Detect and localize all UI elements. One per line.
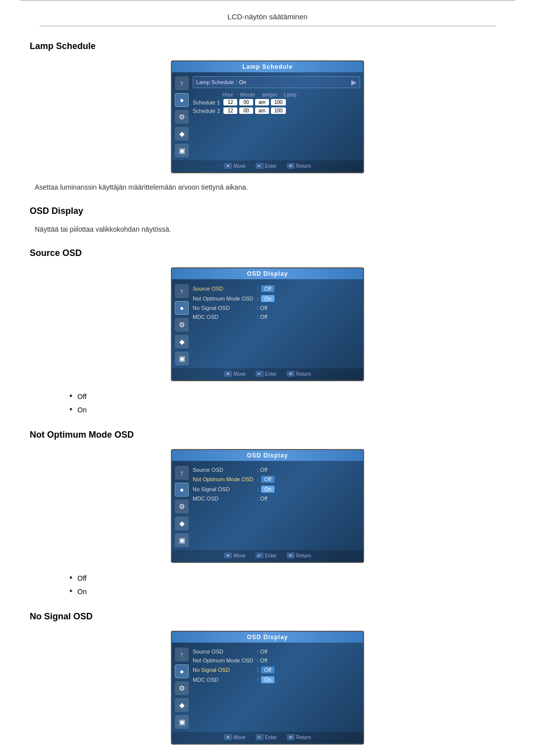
source-footer-move: ✦ Move [224,371,245,377]
no-signal-footer: ✦ Move ↵ Enter ⟲ Return [172,732,363,744]
not-optimum-footer: ✦ Move ↵ Enter ⟲ Return [172,550,363,562]
not-opt-footer-move: ✦ Move [224,553,245,558]
source-osd-screen: OSD Display ↑ ● ⚙ ◆ ▣ Source OSD : Off [30,267,505,381]
header-lamp: Lamp [284,92,296,98]
not-opt-colon-1: : Off [257,467,268,473]
lamp-menu-value: : On [236,79,246,85]
not-opt-value-2: Off [261,476,274,483]
footer-enter-label: Enter [265,163,277,169]
not-opt-sidebar-icon-5: ▣ [175,533,189,547]
source-bullet-label-1: Off [77,393,86,401]
not-opt-footer-enter: ↵ Enter [256,553,277,558]
schedule-2-minute: 00 [239,107,253,114]
no-sig-enter-icon: ↵ [256,734,264,740]
lamp-menu-label: Lamp Schedule [196,79,234,85]
return-icon: ⟲ [287,163,295,169]
no-sig-label-4: MDC OSD [193,677,257,683]
source-footer-return: ⟲ Return [287,371,311,377]
schedule-1-row: Schedule 1 12 00 am 100 [193,99,360,105]
not-opt-bullet-2: • On [69,586,505,597]
lamp-main: Lamp Schedule : On ▶ Hour Minute am/pm L… [193,76,360,157]
source-footer-move-label: Move [233,371,245,377]
source-bullet-dot-1: • [69,391,72,402]
no-sig-row-1: Source OSD : Off [193,649,360,655]
no-sig-value-4: On [261,676,274,683]
no-signal-sidebar: ↑ ● ⚙ ◆ ▣ [175,647,189,729]
not-opt-footer-return: ⟲ Return [287,553,311,558]
source-osd-screen-title: OSD Display [172,268,363,279]
not-optimum-bullets: • Off • On [69,573,505,597]
source-osd-sidebar: ↑ ● ⚙ ◆ ▣ [175,283,189,365]
no-sig-label-2: Not Optimum Mode OSD [193,657,257,663]
lamp-menu-row: Lamp Schedule : On ▶ [193,76,360,88]
not-opt-return-icon: ⟲ [287,553,295,558]
footer-move: ✦ Move [224,163,245,169]
footer-enter: ↵ Enter [256,163,277,169]
source-osd-row-4: MDC OSD : Off [193,314,360,320]
lamp-footer: ✦ Move ↵ Enter ⟲ Return [172,160,363,172]
no-sig-move-icon: ✦ [224,734,232,740]
source-osd-value-1: Off [261,285,274,292]
no-sig-footer-return-label: Return [296,735,311,740]
source-bullet-1: • Off [69,391,505,402]
schedule-2-row: Schedule 2 12 00 am 100 [193,107,360,114]
no-sig-footer-move: ✦ Move [224,734,245,740]
not-opt-footer-enter-label: Enter [265,553,277,558]
no-sig-colon-3: : [257,667,260,673]
no-sig-label-3: No Signal OSD [193,667,257,673]
source-osd-row-1: Source OSD : Off [193,285,360,292]
not-opt-bullet-dot-2: • [69,586,72,597]
schedule-1-minute: 00 [239,99,253,105]
no-signal-osd-screen: OSD Display ↑ ● ⚙ ◆ ▣ Source OSD : Off [30,631,505,745]
source-osd-main: Source OSD : Off Not Optimum Mode OSD : … [193,283,360,365]
not-opt-footer-return-label: Return [296,553,311,558]
not-opt-sidebar-icon-4: ◆ [175,516,189,530]
not-opt-row-2: Not Optimum Mode OSD : Off [193,476,360,483]
source-footer-enter: ↵ Enter [256,371,277,377]
not-opt-move-icon: ✦ [224,553,232,558]
source-osd-footer: ✦ Move ↵ Enter ⟲ Return [172,368,363,380]
header-hour: Hour [222,92,233,98]
not-opt-row-4: MDC OSD : Off [193,496,360,502]
sidebar-icon-3: ⚙ [175,110,189,124]
osd-display-title: OSD Display [30,206,505,216]
osd-display-description: Näyttää tai piilottaa valikkokohdan näyt… [35,225,505,233]
source-bullet-2: • On [69,404,505,415]
not-optimum-osd-main: Source OSD : Off Not Optimum Mode OSD : … [193,465,360,547]
footer-move-label: Move [233,163,245,169]
not-opt-label-3: No Signal OSD [193,486,257,492]
not-opt-label-1: Source OSD [193,467,257,473]
no-sig-footer-move-label: Move [233,735,245,740]
no-sig-sidebar-icon-4: ◆ [175,698,189,712]
no-signal-osd-main: Source OSD : Off Not Optimum Mode OSD : … [193,647,360,729]
lamp-screen-title: Lamp Schedule [172,61,363,72]
not-opt-bullet-1: • Off [69,573,505,583]
schedule-1-lamp: 100 [271,99,286,105]
no-sig-footer-enter-label: Enter [265,735,277,740]
header-minute: Minute [240,92,255,98]
source-move-icon: ✦ [224,371,232,377]
source-footer-enter-label: Enter [265,371,277,377]
not-opt-value-3: On [261,486,274,493]
not-optimum-screen: OSD Display ↑ ● ⚙ ◆ ▣ Source OSD : Off [30,449,505,563]
sidebar-icon-2: ● [175,93,189,107]
footer-return: ⟲ Return [287,163,311,169]
schedule-2-hour: 12 [223,107,237,114]
footer-return-label: Return [296,163,311,169]
no-sig-colon-4: : [257,677,260,683]
no-sig-label-1: Source OSD [193,649,257,655]
not-opt-enter-icon: ↵ [256,553,264,558]
no-sig-return-icon: ⟲ [287,734,295,740]
lamp-headers: Hour Minute am/pm Lamp [193,92,360,98]
not-opt-bullet-label-2: On [77,588,87,596]
source-bullet-dot-2: • [69,404,72,415]
source-sidebar-icon-1: ↑ [175,284,189,298]
schedule-1-label: Schedule 1 [193,100,221,105]
no-sig-sidebar-icon-5: ▣ [175,715,189,729]
source-enter-icon: ↵ [256,371,264,377]
lamp-arrow-icon: ▶ [351,78,357,86]
no-sig-value-3: Off [261,666,274,673]
source-sidebar-icon-4: ◆ [175,335,189,349]
source-osd-value-2: On [261,295,274,302]
not-opt-colon-2: : [257,476,260,482]
